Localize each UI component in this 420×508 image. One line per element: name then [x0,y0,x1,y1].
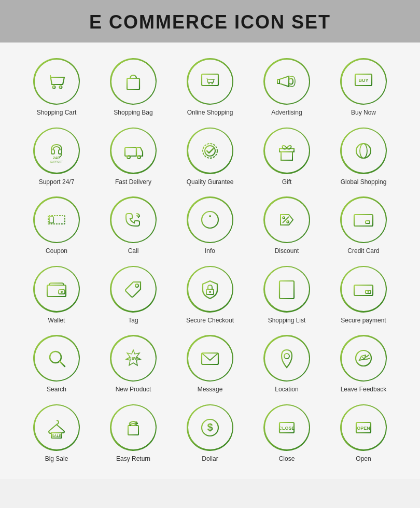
icon-circle-info [187,196,233,243]
gift-label: Gift [282,178,292,187]
icon-circle-discount [263,196,310,243]
svg-point-2 [60,86,62,89]
dollar-label: Dollar [202,455,218,463]
icon-item-tag: Tag [97,266,169,325]
wallet-icon [44,277,69,302]
message-label: Message [198,386,223,394]
icon-circle-dollar: $ [187,404,233,451]
icon-circle-secure-checkout [187,266,233,313]
icon-item-buy-now: BUY Buy Now [328,58,399,117]
icon-item-support-247: 24/7 SUPPORT Support 24/7 [21,128,92,187]
page-header: E COMMERCE ICON SET [0,0,420,43]
svg-point-1 [53,86,55,89]
svg-point-43 [287,221,289,223]
support-247-label: Support 24/7 [39,178,75,187]
icon-item-shopping-bag: Shopping Bag [97,58,169,117]
icon-circle-support-247: 24/7 SUPPORT [33,128,80,174]
svg-rect-47 [366,221,370,223]
icon-item-online-shopping: Online Shopping [174,58,246,117]
svg-rect-48 [47,285,66,297]
icon-circle-online-shopping [187,58,233,105]
icon-circle-leave-feedback [340,335,387,382]
icon-circle-shopping-list [263,266,310,313]
svg-rect-54 [279,281,294,299]
icon-circle-secure-payment [340,266,387,313]
icon-circle-buy-now: BUY [340,58,387,105]
svg-text:OPEN: OPEN [357,426,370,431]
info-label: Info [205,247,215,256]
svg-text:24/7: 24/7 [53,156,60,160]
icon-circle-open: OPEN [340,404,387,451]
svg-text:CLOSE: CLOSE [278,426,295,431]
gift-icon [274,138,299,163]
shopping-list-label: Shopping List [268,317,306,325]
info-icon [198,207,222,232]
svg-point-50 [61,291,63,293]
online-shopping-icon [198,69,222,94]
secure-payment-label: Secure payment [341,317,386,325]
location-label: Location [275,386,298,394]
svg-line-42 [283,217,289,223]
svg-text:NEW: NEW [129,356,138,361]
icon-grid: Shopping Cart Shopping Bag [21,58,399,463]
fast-delivery-label: Fast Delivery [115,178,151,187]
shopping-cart-label: Shopping Cart [37,109,77,117]
svg-point-72 [284,354,289,359]
svg-point-18 [127,156,130,159]
big-sale-icon: SALE [44,415,69,440]
close-label: Close [279,455,295,463]
tag-label: Tag [128,317,138,325]
leave-feedback-icon [351,346,376,371]
icon-item-fast-delivery: Fast Delivery [97,128,169,187]
icon-circle-new-product: NEW [110,335,157,382]
secure-payment-icon [351,277,376,302]
advertising-label: Advertising [271,109,302,117]
icon-circle-gift [263,128,310,174]
quality-guarantee-label: Quality Gurantee [187,178,234,187]
svg-rect-44 [354,215,373,226]
svg-point-8 [208,83,210,84]
dollar-icon: $ [198,415,222,440]
global-shopping-icon [351,138,376,163]
secure-checkout-icon [198,277,222,302]
svg-point-53 [209,291,211,293]
icon-item-secure-checkout: Secure Checkout [174,266,246,325]
icon-item-discount: Discount [251,196,323,256]
buy-now-icon: BUY [351,69,376,94]
credit-card-label: Credit Card [347,247,379,256]
icon-circle-coupon [33,196,80,243]
icon-item-quality-guarantee: Quality Gurantee [174,128,246,187]
shopping-bag-icon [121,69,146,94]
credit-card-icon [351,207,376,232]
shopping-bag-label: Shopping Bag [114,109,152,117]
icon-circle-easy-return [110,404,157,451]
new-product-icon: NEW [121,346,146,371]
icon-circle-location [263,335,310,382]
wallet-label: Wallet [48,317,65,325]
svg-point-9 [212,83,213,84]
shopping-list-icon [274,277,299,302]
icon-circle-wallet [33,266,80,313]
icon-item-shopping-list: Shopping List [251,266,323,325]
coupon-label: Coupon [46,247,67,256]
icon-circle-global-shopping [340,128,387,174]
secure-checkout-label: Secure Checkout [186,317,234,325]
svg-rect-37 [49,217,53,223]
discount-icon [274,207,299,232]
icon-item-advertising: Advertising [251,58,323,117]
icon-circle-search [33,335,80,382]
icon-circle-call [110,196,157,243]
easy-return-icon [121,415,146,440]
global-shopping-label: Global Shopping [341,178,387,187]
icon-item-message: Message [174,335,246,394]
icon-circle-message [187,335,233,382]
shopping-cart-icon [44,69,69,94]
icon-circle-quality-guarantee [187,128,233,174]
svg-rect-10 [277,79,279,83]
icon-circle-tag [110,266,157,313]
message-icon [198,346,222,371]
advertising-icon [274,69,299,94]
icon-item-close: CLOSE Close [251,404,323,463]
buy-now-label: Buy Now [351,109,376,117]
call-icon [121,207,146,232]
